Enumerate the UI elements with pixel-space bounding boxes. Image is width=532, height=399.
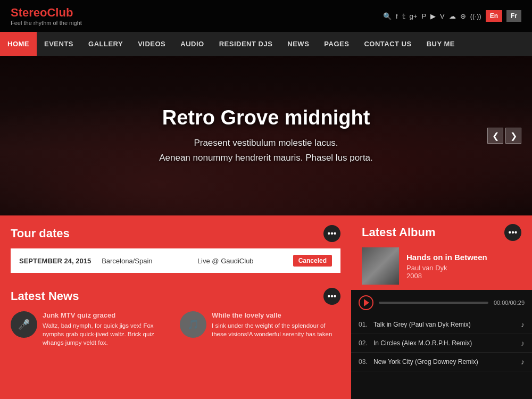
latest-news-section: Latest News ••• 🎤 Junk MTV quiz graced W…: [0, 280, 351, 399]
nav-news[interactable]: NEWS: [280, 32, 317, 56]
logo-tagline: Feel the rhythm of the night: [11, 20, 82, 26]
latest-news-header: Latest News •••: [11, 288, 340, 305]
nav-home[interactable]: HOME: [0, 32, 37, 56]
track-num-2: 02.: [359, 339, 369, 347]
twitter-icon[interactable]: 𝕥: [402, 12, 405, 20]
hero-subtitle: Praesent vestibulum molestie lacus. Aene…: [159, 136, 373, 164]
time-elapsed: 00:00: [494, 300, 509, 306]
audio-player: 00:00/00:29: [351, 290, 532, 315]
progress-bar[interactable]: [379, 302, 488, 304]
left-panel: Tour dates ••• SEPTEMBER 24, 2015 Barcel…: [0, 215, 351, 399]
track-note-icon-3: ♪: [521, 358, 525, 366]
news-avatar-2: 🎵: [180, 311, 206, 338]
hero-title: Retro Grove midnight: [159, 106, 373, 129]
tour-dates-title: Tour dates: [11, 227, 70, 240]
lastfm-icon[interactable]: ⊕: [460, 12, 466, 20]
search-icon[interactable]: 🔍: [383, 12, 392, 20]
hero-subtitle-line2: Aenean nonummy hendrerit mauris. Phasel …: [159, 151, 373, 165]
radio-icon[interactable]: ((·)): [470, 12, 481, 20]
nav-pages[interactable]: PAGES: [317, 32, 356, 56]
nav-buy-me[interactable]: BUY ME: [419, 32, 462, 56]
tour-date: SEPTEMBER 24, 2015: [19, 257, 91, 265]
hero-content: Retro Grove midnight Praesent vestibulum…: [148, 96, 384, 175]
track-num-1: 01.: [359, 321, 369, 328]
latest-album-header: Latest Album •••: [351, 215, 532, 247]
track-item-1[interactable]: 01. Talk in Grey (Paul van Dyk Remix) ♪: [351, 315, 532, 334]
time-total: 00:29: [510, 300, 525, 306]
news-title-2[interactable]: While the lovely valle: [212, 311, 340, 319]
tour-dates-row: SEPTEMBER 24, 2015 Barcelona/Spain Live …: [11, 248, 340, 273]
track-name-2: In Circles (Alex M.O.R.P.H. Remix): [373, 339, 517, 347]
logo-accent: Club: [47, 6, 73, 19]
news-avatar-2-icon: 🎵: [187, 319, 199, 330]
latest-album-menu-button[interactable]: •••: [504, 224, 521, 241]
album-name: Hands on in Between: [406, 253, 487, 262]
news-title-1[interactable]: Junk MTV quiz graced: [43, 311, 171, 319]
header: StereoClub Feel the rhythm of the night …: [0, 0, 532, 32]
track-item-2[interactable]: 02. In Circles (Alex M.O.R.P.H. Remix) ♪: [351, 334, 532, 353]
latest-news-menu-button[interactable]: •••: [323, 288, 340, 305]
track-note-icon-2: ♪: [521, 339, 525, 347]
album-thumbnail: [362, 247, 399, 285]
nav-videos[interactable]: VIDEOS: [130, 32, 173, 56]
latest-album-title: Latest Album: [362, 226, 436, 239]
track-name-1: Talk in Grey (Paul van Dyk Remix): [373, 321, 517, 328]
album-details: Hands on in Between Paul van Dyk 2008: [406, 247, 487, 285]
nav-events[interactable]: EVENTS: [37, 32, 81, 56]
header-icons: 🔍 f 𝕥 g+ P ▶ V ☁ ⊕ ((·)) En Fr: [383, 10, 521, 22]
tour-location: Barcelona/Spain: [102, 257, 187, 265]
play-button[interactable]: [359, 295, 373, 310]
lang-fr-button[interactable]: Fr: [506, 10, 521, 22]
track-num-3: 03.: [359, 358, 369, 365]
nav-audio[interactable]: AUDIO: [173, 32, 211, 56]
googleplus-icon[interactable]: g+: [410, 12, 418, 20]
tour-dates-menu-button[interactable]: •••: [323, 225, 340, 242]
logo: StereoClub Feel the rhythm of the night: [11, 6, 82, 26]
nav-contact-us[interactable]: CONTACT US: [356, 32, 419, 56]
track-list: 01. Talk in Grey (Paul van Dyk Remix) ♪ …: [351, 315, 532, 399]
right-panel: Latest Album ••• Hands on in Between Pau…: [351, 215, 532, 399]
hero-section: Retro Grove midnight Praesent vestibulum…: [0, 56, 532, 215]
play-icon: [364, 299, 369, 306]
album-year: 2008: [406, 272, 487, 280]
news-item-2: 🎵 While the lovely valle I sink under th…: [180, 311, 340, 347]
latest-news-title: Latest News: [11, 289, 79, 303]
track-item-3[interactable]: 03. New York City (Greg Downey Remix) ♪: [351, 353, 532, 371]
news-text-2: I sink under the weight of the splendour…: [212, 321, 340, 338]
tour-status-badge: Canceled: [293, 255, 332, 267]
album-info: Hands on in Between Paul van Dyk 2008: [351, 247, 532, 290]
album-artist: Paul van Dyk: [406, 264, 487, 272]
lang-en-button[interactable]: En: [486, 10, 502, 22]
nav-resident-djs[interactable]: RESIDENT DJS: [212, 32, 280, 56]
main-nav: HOME EVENTS GALLERY VIDEOS AUDIO RESIDEN…: [0, 32, 532, 56]
news-content-2: While the lovely valle I sink under the …: [212, 311, 340, 347]
news-avatar-1: 🎤: [11, 311, 37, 338]
news-grid: 🎤 Junk MTV quiz graced Waltz, bad nymph,…: [11, 311, 340, 347]
tour-dates-header: Tour dates •••: [11, 225, 340, 242]
logo-plain: Stereo: [11, 6, 47, 19]
time-display: 00:00/00:29: [494, 300, 525, 306]
tour-venue: Live @ GaudiClub: [197, 257, 282, 265]
content-area: Tour dates ••• SEPTEMBER 24, 2015 Barcel…: [0, 215, 532, 399]
hero-next-arrow[interactable]: ❯: [505, 128, 521, 144]
nav-gallery[interactable]: GALLERY: [81, 32, 130, 56]
hero-arrows: ❮ ❯: [487, 128, 521, 144]
news-item-1: 🎤 Junk MTV quiz graced Waltz, bad nymph,…: [11, 311, 171, 347]
track-note-icon-1: ♪: [521, 320, 525, 329]
hero-prev-arrow[interactable]: ❮: [487, 128, 503, 144]
vimeo-icon[interactable]: V: [440, 12, 445, 20]
track-name-3: New York City (Greg Downey Remix): [373, 358, 517, 365]
news-text-1: Waltz, bad nymph, for quick jigs vex! Fo…: [43, 321, 171, 347]
facebook-icon[interactable]: f: [396, 12, 398, 20]
news-avatar-1-icon: 🎤: [18, 319, 30, 330]
tour-dates-section: Tour dates ••• SEPTEMBER 24, 2015 Barcel…: [0, 215, 351, 280]
youtube-icon[interactable]: ▶: [430, 12, 436, 20]
pinterest-icon[interactable]: P: [421, 12, 426, 20]
hero-subtitle-line1: Praesent vestibulum molestie lacus.: [159, 136, 373, 150]
soundcloud-icon[interactable]: ☁: [449, 12, 456, 20]
news-content-1: Junk MTV quiz graced Waltz, bad nymph, f…: [43, 311, 171, 347]
logo-text: StereoClub: [11, 6, 82, 20]
